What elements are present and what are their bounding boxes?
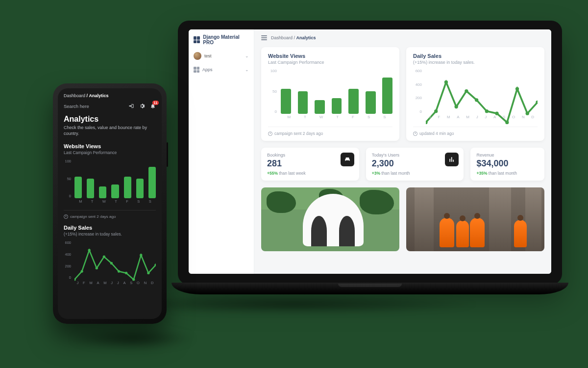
sidebar: Django Material PRO test ⌄ Apps ⌄ [189, 29, 254, 274]
clock-icon [413, 131, 417, 136]
sidebar-user[interactable]: test ⌄ [194, 52, 249, 60]
chart-website-views-mobile: 100500 MTWTFSS [64, 159, 156, 206]
breadcrumb: Dashboard / Analytics [271, 35, 316, 40]
card-title: Daily Sales [413, 53, 538, 59]
stat-bookings: Bookings 281 +55% than last week [261, 148, 359, 181]
breadcrumb-current: Analytics [296, 35, 316, 40]
svg-point-18 [118, 270, 120, 273]
brand[interactable]: Django Material PRO [194, 34, 249, 45]
card-title: Website Views [64, 143, 156, 149]
sign-in-icon[interactable] [128, 103, 134, 109]
svg-point-2 [444, 80, 448, 84]
brand-label: Django Material PRO [203, 34, 249, 45]
card-footer: campaign sent 2 days ago [268, 127, 392, 136]
clock-icon [64, 214, 68, 219]
svg-point-1 [434, 109, 438, 113]
card-subtitle: Last Campaign Performance [268, 60, 392, 65]
apps-icon [194, 67, 199, 73]
bell-icon[interactable]: 11 [150, 103, 156, 109]
weekend-icon [341, 153, 354, 166]
breadcrumb: Dashboard / Analytics [64, 93, 156, 98]
card-subtitle: Last Campaign Performance [64, 150, 156, 155]
svg-point-15 [96, 267, 98, 269]
sidebar-item-label: Apps [202, 67, 213, 72]
stat-delta: +3% than last month [372, 171, 458, 176]
card-title: Website Views [268, 53, 392, 59]
image-card-1[interactable] [261, 187, 399, 251]
svg-point-22 [147, 272, 149, 274]
chevron-down-icon: ⌄ [245, 67, 249, 72]
card-daily-sales: Daily Sales (+15%) increase in today sal… [406, 47, 544, 141]
svg-point-4 [465, 89, 468, 93]
chart-website-views: 100500 MTWTFSS [268, 69, 392, 123]
avatar [194, 52, 201, 60]
svg-point-3 [455, 105, 458, 108]
svg-point-16 [103, 256, 105, 258]
stat-value: $34,000 [476, 158, 539, 169]
svg-point-17 [110, 262, 113, 264]
laptop-mockup: Django Material PRO test ⌄ Apps ⌄ [172, 21, 568, 294]
sidebar-item-apps[interactable]: Apps ⌄ [194, 65, 249, 75]
page-title: Analytics [64, 115, 156, 124]
topbar: Dashboard / Analytics [261, 29, 544, 46]
bar-chart-icon [445, 153, 459, 166]
card-subtitle: (+15%) increase in today sales. [64, 232, 156, 237]
stat-revenue: Revenue $34,000 +35% than last month [470, 148, 544, 181]
notification-badge: 11 [152, 101, 159, 105]
search-input[interactable]: Search here [64, 104, 89, 109]
user-name: test [204, 53, 212, 58]
svg-point-13 [80, 270, 83, 273]
svg-point-19 [125, 272, 127, 274]
svg-point-9 [515, 87, 519, 90]
stat-users: Today's Users 2,300 +3% than last month [366, 148, 464, 181]
stat-delta: +35% than last month [476, 171, 539, 176]
hamburger-icon[interactable] [261, 35, 267, 40]
brand-icon [194, 36, 200, 43]
chart-daily-sales: 6004002000 JFMAMJJASOND [413, 69, 538, 123]
chevron-down-icon: ⌄ [245, 53, 249, 58]
card-subtitle: (+15%) increase in today sales. [413, 60, 538, 65]
stat-delta: +55% than last week [267, 171, 353, 176]
card-title: Daily Sales [64, 225, 156, 231]
stat-label: Revenue [476, 153, 539, 158]
image-card-2[interactable] [406, 187, 544, 251]
card-footer: campaign sent 2 days ago [64, 210, 156, 219]
breadcrumb-current: Analytics [89, 93, 109, 98]
main-content: Dashboard / Analytics Website Views Last… [254, 29, 551, 274]
clock-icon [268, 131, 272, 136]
svg-point-14 [88, 249, 91, 252]
page-subtitle: Check the sales, value and bounce rate b… [64, 125, 156, 136]
svg-point-21 [140, 254, 142, 257]
chart-daily-sales-mobile: 6004002000 JFMAMJJASOND [64, 240, 156, 288]
gear-icon[interactable] [139, 103, 145, 109]
breadcrumb-root[interactable]: Dashboard [64, 93, 85, 98]
svg-point-5 [475, 98, 478, 102]
svg-point-6 [485, 109, 489, 113]
phone-mockup: Dashboard / Analytics Search here 11 [53, 83, 167, 324]
card-website-views: Website Views Last Campaign Performance … [261, 47, 399, 141]
breadcrumb-root[interactable]: Dashboard [271, 35, 293, 40]
